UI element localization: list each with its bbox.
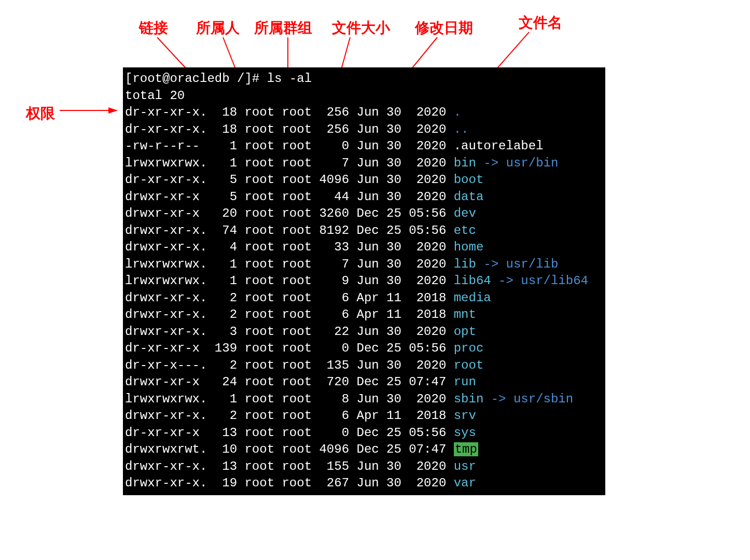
total-line: total 20	[125, 88, 605, 105]
file-name: srv	[454, 409, 476, 423]
listing-row: drwxr-xr-x 20 root root 3260 Dec 25 05:5…	[125, 205, 605, 222]
listing-row: drwxr-xr-x. 2 root root 6 Apr 11 2018 sr…	[125, 408, 605, 425]
listing-row: lrwxrwxrwx. 1 root root 9 Jun 30 2020 li…	[125, 273, 605, 290]
file-name: dev	[454, 206, 476, 220]
file-name: lib64	[454, 274, 491, 288]
file-name: proc	[454, 341, 484, 355]
label-date: 修改日期	[415, 18, 473, 38]
listing-row: drwxr-xr-x. 13 root root 155 Jun 30 2020…	[125, 458, 605, 475]
listing-row: dr-xr-xr-x. 18 root root 256 Jun 30 2020…	[125, 104, 605, 121]
listing-row: dr-xr-xr-x. 18 root root 256 Jun 30 2020…	[125, 121, 605, 138]
file-name: root	[454, 358, 484, 372]
link-target: -> usr/sbin	[483, 392, 573, 406]
file-name: var	[454, 476, 476, 490]
link-target: -> usr/lib64	[491, 274, 588, 288]
file-name: mnt	[454, 307, 476, 321]
listing-row: lrwxrwxrwx. 1 root root 7 Jun 30 2020 bi…	[125, 155, 605, 172]
file-name: .	[454, 105, 461, 119]
label-name: 文件名	[519, 13, 562, 33]
terminal-window: [root@oracledb /]# ls -al total 20 dr-xr…	[123, 67, 605, 495]
file-name: usr	[454, 459, 476, 473]
file-name: tmp	[454, 442, 478, 456]
file-listing: dr-xr-xr-x. 18 root root 256 Jun 30 2020…	[125, 104, 605, 492]
listing-row: lrwxrwxrwx. 1 root root 7 Jun 30 2020 li…	[125, 256, 605, 273]
file-name: sbin	[454, 392, 484, 406]
label-links: 链接	[139, 18, 168, 38]
file-name: boot	[454, 173, 484, 187]
listing-row: drwxr-xr-x 5 root root 44 Jun 30 2020 da…	[125, 189, 605, 206]
file-name: ..	[454, 122, 469, 136]
link-target: -> usr/bin	[476, 156, 558, 170]
file-name: sys	[454, 426, 476, 440]
label-group: 所属群组	[254, 18, 312, 38]
label-owner: 所属人	[196, 18, 240, 38]
file-name: opt	[454, 325, 476, 339]
link-target: -> usr/lib	[476, 257, 558, 271]
listing-row: dr-xr-xr-x. 5 root root 4096 Jun 30 2020…	[125, 172, 605, 189]
label-size: 文件大小	[332, 18, 390, 38]
label-perm: 权限	[26, 104, 55, 123]
listing-row: drwxr-xr-x 24 root root 720 Dec 25 07:47…	[125, 374, 605, 391]
listing-row: dr-xr-x---. 2 root root 135 Jun 30 2020 …	[125, 357, 605, 374]
listing-row: drwxr-xr-x. 2 root root 6 Apr 11 2018 mn…	[125, 306, 605, 324]
listing-row: drwxr-xr-x. 3 root root 22 Jun 30 2020 o…	[125, 324, 605, 341]
listing-row: dr-xr-xr-x 139 root root 0 Dec 25 05:56 …	[125, 340, 605, 357]
file-name: home	[454, 240, 484, 254]
listing-row: drwxrwxrwt. 10 root root 4096 Dec 25 07:…	[125, 441, 605, 458]
file-name: media	[454, 291, 491, 305]
listing-row: drwxr-xr-x. 4 root root 33 Jun 30 2020 h…	[125, 239, 605, 256]
listing-row: drwxr-xr-x. 19 root root 267 Jun 30 2020…	[125, 475, 605, 492]
prompt-line: [root@oracledb /]# ls -al	[125, 71, 605, 88]
listing-row: -rw-r--r-- 1 root root 0 Jun 30 2020 .au…	[125, 138, 605, 155]
listing-row: dr-xr-xr-x 13 root root 0 Dec 25 05:56 s…	[125, 425, 605, 442]
file-name: bin	[454, 156, 476, 170]
file-name: .autorelabel	[454, 139, 544, 153]
listing-row: lrwxrwxrwx. 1 root root 8 Jun 30 2020 sb…	[125, 391, 605, 408]
file-name: lib	[454, 257, 476, 271]
file-name: etc	[454, 223, 476, 237]
file-name: data	[454, 190, 484, 204]
file-name: run	[454, 375, 476, 389]
listing-row: drwxr-xr-x. 2 root root 6 Apr 11 2018 me…	[125, 290, 605, 307]
listing-row: drwxr-xr-x. 74 root root 8192 Dec 25 05:…	[125, 222, 605, 240]
